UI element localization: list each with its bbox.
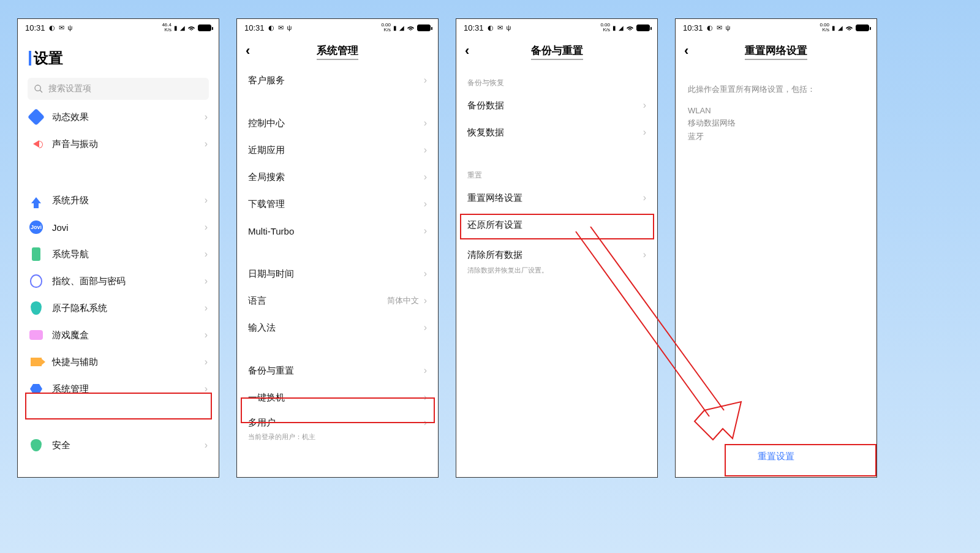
item-security[interactable]: 安全 ›: [18, 432, 219, 459]
item-game-box[interactable]: 游戏魔盒 ›: [18, 322, 219, 348]
header-title: 重置网络设置: [745, 43, 807, 60]
item-multi-turbo[interactable]: Multi-Turbo ›: [237, 217, 438, 244]
item-dynamic-effect[interactable]: 动态效果 ›: [18, 103, 219, 130]
item-system-management[interactable]: 系统管理 ›: [18, 375, 219, 402]
item-label: 清除所有数据: [467, 249, 643, 261]
item-label: 系统升级: [52, 195, 205, 206]
status-net-icon: 0.00K/s: [381, 23, 391, 32]
shield-icon: [31, 439, 42, 451]
item-multi-user[interactable]: 多用户 › 当前登录的用户：机主: [237, 411, 438, 444]
item-label: 备份数据: [467, 100, 643, 111]
item-recent-apps[interactable]: 近期应用 ›: [237, 137, 438, 164]
chevron-right-icon: ›: [643, 192, 646, 203]
status-time: 10:31: [464, 23, 484, 32]
status-net-icon: 0.00K/s: [600, 23, 610, 32]
item-label: 安全: [52, 440, 205, 451]
section-caption-reset: 重置: [456, 165, 657, 184]
chevron-right-icon: ›: [424, 417, 427, 428]
status-sim-icon: ▮: [832, 24, 835, 31]
header: ‹ 备份与重置: [456, 36, 657, 67]
status-time: 10:31: [683, 23, 703, 32]
header-title: 备份与重置: [531, 43, 583, 60]
reset-settings-button[interactable]: 重置设置: [758, 451, 794, 462]
chevron-right-icon: ›: [424, 295, 427, 306]
item-language[interactable]: 语言 简体中文 ›: [237, 287, 438, 314]
item-label: 备份与重置: [248, 365, 424, 377]
wifi-icon: [187, 24, 195, 32]
back-button[interactable]: ‹: [246, 43, 250, 59]
chevron-right-icon: ›: [424, 75, 427, 86]
status-mail-icon: ✉: [59, 24, 64, 31]
item-global-search[interactable]: 全局搜索 ›: [237, 164, 438, 190]
item-atom-privacy[interactable]: 原子隐私系统 ›: [18, 295, 219, 322]
item-accessibility[interactable]: 快捷与辅助 ›: [18, 348, 219, 375]
jovi-icon: Jovi: [29, 220, 43, 234]
chevron-right-icon: ›: [424, 118, 427, 129]
wifi-icon: [626, 24, 634, 32]
wifi-icon: [407, 24, 415, 32]
item-ime[interactable]: 输入法 ›: [237, 314, 438, 341]
item-label: 恢复数据: [467, 127, 643, 138]
chevron-right-icon: ›: [205, 195, 208, 206]
item-system-upgrade[interactable]: 系统升级 ›: [18, 187, 219, 214]
chevron-right-icon: ›: [205, 138, 208, 149]
item-label: 重置网络设置: [467, 192, 643, 204]
item-switch-phone[interactable]: 一键换机 ›: [237, 384, 438, 411]
item-label: 日期与时间: [248, 268, 424, 280]
status-signal-icon: ◢: [619, 24, 624, 31]
header: ‹ 系统管理: [237, 36, 438, 67]
header: ‹ 重置网络设置: [676, 36, 876, 67]
item-label: 输入法: [248, 322, 424, 334]
page-title: 设置: [18, 36, 219, 78]
item-backup-reset[interactable]: 备份与重置 ›: [237, 357, 438, 384]
item-reset-network[interactable]: 重置网络设置 ›: [456, 184, 657, 211]
item-sublabel: 当前登录的用户：机主: [248, 432, 315, 442]
screen-settings: 10:31 ◐ ✉ ψ 46.4K/s ▮ ◢ 设置 搜索设置项: [17, 18, 219, 478]
status-net-icon: 0.00K/s: [820, 23, 829, 32]
item-label: 快捷与辅助: [52, 356, 205, 368]
status-signal-icon: ◢: [180, 24, 185, 31]
reset-line-data: 移动数据网络: [676, 116, 876, 130]
item-fingerprint[interactable]: 指纹、面部与密码 ›: [18, 268, 219, 295]
item-sound[interactable]: 声音与振动 ›: [18, 130, 219, 157]
chevron-right-icon: ›: [205, 303, 208, 314]
reset-button-label: 重置设置: [758, 451, 794, 461]
item-label: 控制中心: [248, 118, 424, 129]
status-bar: 10:31 ◐ ✉ ψ 0.00K/s ▮ ◢: [237, 19, 438, 36]
header-title: 系统管理: [317, 43, 358, 60]
item-backup-data[interactable]: 备份数据 ›: [456, 92, 657, 119]
chevron-right-icon: ›: [205, 249, 208, 260]
item-download-manager[interactable]: 下载管理 ›: [237, 190, 438, 217]
chevron-right-icon: ›: [205, 383, 208, 394]
item-control-center[interactable]: 控制中心 ›: [237, 110, 438, 137]
item-label: 指纹、面部与密码: [52, 276, 205, 287]
status-dnd-icon: ◐: [49, 24, 55, 31]
item-system-nav[interactable]: 系统导航 ›: [18, 241, 219, 268]
item-customer-service[interactable]: 客户服务 ›: [237, 67, 438, 94]
item-label: 还原所有设置: [467, 219, 646, 231]
chevron-right-icon: ›: [424, 365, 427, 376]
item-reset-all[interactable]: 还原所有设置: [456, 211, 657, 238]
back-button[interactable]: ‹: [684, 43, 688, 59]
wifi-icon: [845, 24, 853, 32]
status-time: 10:31: [25, 23, 45, 32]
item-jovi[interactable]: Jovi Jovi ›: [18, 214, 219, 241]
chevron-right-icon: ›: [424, 268, 427, 279]
arrow-up-icon: [31, 197, 41, 203]
status-bar: 10:31 ◐ ✉ ψ 46.4K/s ▮ ◢: [18, 19, 219, 36]
status-bar: 10:31 ◐ ✉ ψ 0.00K/s ▮ ◢: [676, 19, 876, 36]
reset-line-bt: 蓝牙: [676, 130, 876, 143]
arrow-right-icon: [31, 358, 42, 366]
item-restore-data[interactable]: 恢复数据 ›: [456, 119, 657, 146]
chevron-right-icon: ›: [424, 392, 427, 403]
search-input[interactable]: 搜索设置项: [28, 78, 209, 100]
chevron-right-icon: ›: [643, 249, 646, 260]
status-net-icon: 46.4K/s: [162, 23, 172, 32]
back-button[interactable]: ‹: [465, 43, 469, 59]
item-date-time[interactable]: 日期与时间 ›: [237, 260, 438, 287]
shield-icon: [31, 301, 42, 315]
status-time: 10:31: [244, 23, 265, 32]
status-mail-icon: ✉: [497, 24, 503, 31]
status-usb-icon: ψ: [507, 24, 511, 31]
item-clear-all[interactable]: 清除所有数据 › 清除数据并恢复出厂设置。: [456, 244, 657, 277]
